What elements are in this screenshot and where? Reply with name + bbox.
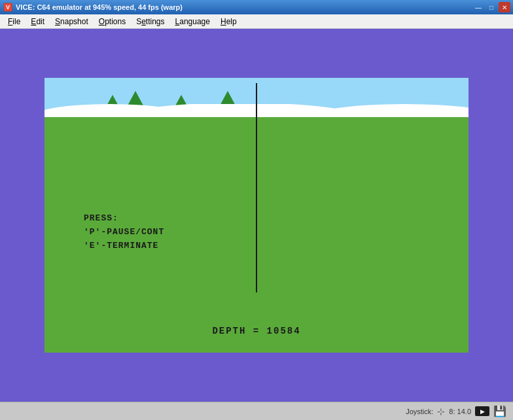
titlebar-icon: V bbox=[3, 2, 13, 12]
svg-text:V: V bbox=[6, 4, 10, 10]
titlebar-controls: — □ ✕ bbox=[472, 2, 510, 12]
pause-cont-label: 'P'-PAUSE/CONT bbox=[84, 226, 164, 239]
svg-point-13 bbox=[313, 104, 469, 117]
press-label: PRESS: bbox=[84, 212, 164, 226]
ground-section: PRESS: 'P'-PAUSE/CONT 'E'-TERMINATE DEPT… bbox=[44, 117, 469, 353]
floppy-icon[interactable]: 💾 bbox=[493, 405, 506, 417]
statusbar: Joystick: ⊹ 8: 14.0 ▶ 💾 bbox=[0, 402, 513, 420]
menu-help[interactable]: Help bbox=[215, 16, 242, 27]
main-area: PRESS: 'P'-PAUSE/CONT 'E'-TERMINATE DEPT… bbox=[0, 29, 513, 402]
game-text: PRESS: 'P'-PAUSE/CONT 'E'-TERMINATE bbox=[84, 212, 164, 253]
menu-language[interactable]: Language bbox=[170, 16, 215, 27]
close-button[interactable]: ✕ bbox=[499, 2, 510, 12]
menu-settings[interactable]: Settings bbox=[131, 16, 169, 27]
titlebar-left: V VICE: C64 emulator at 945% speed, 44 f… bbox=[3, 2, 183, 12]
joystick-label: Joystick: bbox=[406, 408, 433, 415]
menu-edit[interactable]: Edit bbox=[26, 16, 50, 27]
depth-display: DEPTH = 10584 bbox=[212, 326, 300, 336]
maximize-button[interactable]: □ bbox=[486, 2, 497, 12]
emulator-screen: PRESS: 'P'-PAUSE/CONT 'E'-TERMINATE DEPT… bbox=[44, 78, 469, 353]
titlebar: V VICE: C64 emulator at 945% speed, 44 f… bbox=[0, 0, 513, 14]
menubar: File Edit Snapshot Options Settings Lang… bbox=[0, 14, 513, 29]
speed-display: 8: 14.0 bbox=[449, 408, 471, 415]
menu-snapshot[interactable]: Snapshot bbox=[50, 16, 94, 27]
drill-line bbox=[256, 83, 257, 292]
menu-file[interactable]: File bbox=[3, 16, 26, 27]
minimize-button[interactable]: — bbox=[472, 2, 484, 12]
tape-icon: ▶ bbox=[475, 406, 489, 416]
terminate-label: 'E'-TERMINATE bbox=[84, 239, 164, 253]
joystick-cross-icon: ⊹ bbox=[437, 406, 445, 417]
menu-options[interactable]: Options bbox=[94, 16, 131, 27]
titlebar-title: VICE: C64 emulator at 945% speed, 44 fps… bbox=[16, 3, 183, 11]
